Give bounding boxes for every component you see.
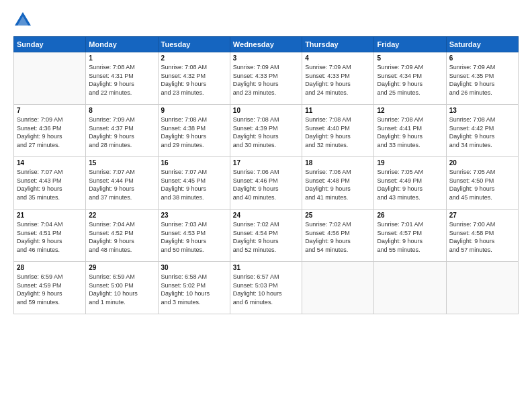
calendar-cell: 8Sunrise: 7:09 AM Sunset: 4:37 PM Daylig… <box>86 105 158 157</box>
day-info: Sunrise: 6:58 AM Sunset: 5:02 PM Dayligh… <box>161 273 227 306</box>
day-info: Sunrise: 7:09 AM Sunset: 4:35 PM Dayligh… <box>449 63 515 97</box>
day-number: 8 <box>89 107 154 114</box>
day-info: Sunrise: 7:06 AM Sunset: 4:46 PM Dayligh… <box>233 168 299 201</box>
calendar-cell: 17Sunrise: 7:06 AM Sunset: 4:46 PM Dayli… <box>230 157 302 210</box>
day-number: 10 <box>233 107 299 114</box>
day-info: Sunrise: 6:59 AM Sunset: 4:59 PM Dayligh… <box>17 273 83 306</box>
calendar-cell: 31Sunrise: 6:57 AM Sunset: 5:03 PM Dayli… <box>230 262 302 314</box>
week-row-4: 21Sunrise: 7:04 AM Sunset: 4:51 PM Dayli… <box>14 210 519 262</box>
day-number: 4 <box>305 54 371 62</box>
day-info: Sunrise: 6:57 AM Sunset: 5:03 PM Dayligh… <box>233 273 299 306</box>
day-number: 3 <box>233 54 299 62</box>
calendar-cell <box>374 262 446 314</box>
week-row-5: 28Sunrise: 6:59 AM Sunset: 4:59 PM Dayli… <box>14 262 519 314</box>
calendar-cell: 28Sunrise: 6:59 AM Sunset: 4:59 PM Dayli… <box>14 262 86 314</box>
calendar-cell: 25Sunrise: 7:02 AM Sunset: 4:56 PM Dayli… <box>302 210 374 262</box>
day-info: Sunrise: 7:09 AM Sunset: 4:37 PM Dayligh… <box>89 116 154 149</box>
col-header-thursday: Thursday <box>302 37 374 52</box>
calendar-cell: 20Sunrise: 7:05 AM Sunset: 4:50 PM Dayli… <box>446 157 518 210</box>
calendar-cell: 16Sunrise: 7:07 AM Sunset: 4:45 PM Dayli… <box>158 157 230 210</box>
day-number: 11 <box>305 107 371 114</box>
day-number: 17 <box>233 159 299 167</box>
day-number: 14 <box>17 159 83 167</box>
calendar-cell: 3Sunrise: 7:09 AM Sunset: 4:33 PM Daylig… <box>230 52 302 105</box>
day-info: Sunrise: 7:08 AM Sunset: 4:31 PM Dayligh… <box>89 63 154 97</box>
calendar-cell: 18Sunrise: 7:06 AM Sunset: 4:48 PM Dayli… <box>302 157 374 210</box>
day-info: Sunrise: 7:06 AM Sunset: 4:48 PM Dayligh… <box>305 168 371 201</box>
day-number: 7 <box>17 107 83 114</box>
calendar-cell: 10Sunrise: 7:08 AM Sunset: 4:39 PM Dayli… <box>230 105 302 157</box>
day-info: Sunrise: 7:08 AM Sunset: 4:42 PM Dayligh… <box>449 116 515 149</box>
day-number: 19 <box>377 159 443 167</box>
day-number: 13 <box>449 107 515 114</box>
calendar-cell: 30Sunrise: 6:58 AM Sunset: 5:02 PM Dayli… <box>158 262 230 314</box>
calendar-cell: 11Sunrise: 7:08 AM Sunset: 4:40 PM Dayli… <box>302 105 374 157</box>
day-info: Sunrise: 7:04 AM Sunset: 4:52 PM Dayligh… <box>89 220 154 254</box>
page: SundayMondayTuesdayWednesdayThursdayFrid… <box>0 0 532 411</box>
calendar-cell: 14Sunrise: 7:07 AM Sunset: 4:43 PM Dayli… <box>14 157 86 210</box>
col-header-tuesday: Tuesday <box>158 37 230 52</box>
calendar-cell: 9Sunrise: 7:08 AM Sunset: 4:38 PM Daylig… <box>158 105 230 157</box>
calendar-cell: 24Sunrise: 7:02 AM Sunset: 4:54 PM Dayli… <box>230 210 302 262</box>
day-number: 26 <box>377 212 443 219</box>
calendar-cell <box>14 52 86 105</box>
day-number: 6 <box>449 54 515 62</box>
day-info: Sunrise: 7:03 AM Sunset: 4:53 PM Dayligh… <box>161 220 227 254</box>
calendar-cell <box>446 262 518 314</box>
calendar-cell: 29Sunrise: 6:59 AM Sunset: 5:00 PM Dayli… <box>86 262 158 314</box>
day-number: 5 <box>377 54 443 62</box>
day-info: Sunrise: 7:04 AM Sunset: 4:51 PM Dayligh… <box>17 220 83 254</box>
calendar-table: SundayMondayTuesdayWednesdayThursdayFrid… <box>13 36 519 314</box>
header <box>13 11 519 30</box>
logo <box>13 11 35 30</box>
day-info: Sunrise: 7:09 AM Sunset: 4:33 PM Dayligh… <box>233 63 299 97</box>
calendar-cell: 13Sunrise: 7:08 AM Sunset: 4:42 PM Dayli… <box>446 105 518 157</box>
day-info: Sunrise: 7:07 AM Sunset: 4:45 PM Dayligh… <box>161 168 227 201</box>
day-info: Sunrise: 7:00 AM Sunset: 4:58 PM Dayligh… <box>449 220 515 254</box>
day-number: 23 <box>161 212 227 219</box>
col-header-saturday: Saturday <box>446 37 518 52</box>
day-number: 18 <box>305 159 371 167</box>
calendar-cell: 1Sunrise: 7:08 AM Sunset: 4:31 PM Daylig… <box>86 52 158 105</box>
day-number: 15 <box>89 159 154 167</box>
week-row-2: 7Sunrise: 7:09 AM Sunset: 4:36 PM Daylig… <box>14 105 519 157</box>
week-row-3: 14Sunrise: 7:07 AM Sunset: 4:43 PM Dayli… <box>14 157 519 210</box>
header-row: SundayMondayTuesdayWednesdayThursdayFrid… <box>14 37 519 52</box>
day-info: Sunrise: 7:01 AM Sunset: 4:57 PM Dayligh… <box>377 220 443 254</box>
day-info: Sunrise: 6:59 AM Sunset: 5:00 PM Dayligh… <box>89 273 154 306</box>
calendar-cell: 12Sunrise: 7:08 AM Sunset: 4:41 PM Dayli… <box>374 105 446 157</box>
day-info: Sunrise: 7:02 AM Sunset: 4:56 PM Dayligh… <box>305 220 371 254</box>
col-header-sunday: Sunday <box>14 37 86 52</box>
col-header-monday: Monday <box>86 37 158 52</box>
calendar-cell: 6Sunrise: 7:09 AM Sunset: 4:35 PM Daylig… <box>446 52 518 105</box>
logo-icon <box>13 11 32 30</box>
day-number: 28 <box>17 264 83 271</box>
day-info: Sunrise: 7:08 AM Sunset: 4:38 PM Dayligh… <box>161 116 227 149</box>
day-number: 16 <box>161 159 227 167</box>
day-number: 30 <box>161 264 227 271</box>
col-header-friday: Friday <box>374 37 446 52</box>
day-info: Sunrise: 7:08 AM Sunset: 4:32 PM Dayligh… <box>161 63 227 97</box>
calendar-cell: 23Sunrise: 7:03 AM Sunset: 4:53 PM Dayli… <box>158 210 230 262</box>
day-info: Sunrise: 7:05 AM Sunset: 4:50 PM Dayligh… <box>449 168 515 201</box>
calendar-cell: 27Sunrise: 7:00 AM Sunset: 4:58 PM Dayli… <box>446 210 518 262</box>
day-number: 20 <box>449 159 515 167</box>
calendar-cell: 15Sunrise: 7:07 AM Sunset: 4:44 PM Dayli… <box>86 157 158 210</box>
day-info: Sunrise: 7:05 AM Sunset: 4:49 PM Dayligh… <box>377 168 443 201</box>
day-number: 9 <box>161 107 227 114</box>
day-info: Sunrise: 7:09 AM Sunset: 4:34 PM Dayligh… <box>377 63 443 97</box>
calendar-cell: 19Sunrise: 7:05 AM Sunset: 4:49 PM Dayli… <box>374 157 446 210</box>
day-info: Sunrise: 7:08 AM Sunset: 4:39 PM Dayligh… <box>233 116 299 149</box>
day-info: Sunrise: 7:09 AM Sunset: 4:36 PM Dayligh… <box>17 116 83 149</box>
calendar-cell: 21Sunrise: 7:04 AM Sunset: 4:51 PM Dayli… <box>14 210 86 262</box>
calendar-cell: 2Sunrise: 7:08 AM Sunset: 4:32 PM Daylig… <box>158 52 230 105</box>
day-number: 24 <box>233 212 299 219</box>
day-number: 29 <box>89 264 154 271</box>
calendar-cell: 4Sunrise: 7:09 AM Sunset: 4:33 PM Daylig… <box>302 52 374 105</box>
day-info: Sunrise: 7:02 AM Sunset: 4:54 PM Dayligh… <box>233 220 299 254</box>
calendar-cell <box>302 262 374 314</box>
calendar-cell: 5Sunrise: 7:09 AM Sunset: 4:34 PM Daylig… <box>374 52 446 105</box>
day-info: Sunrise: 7:07 AM Sunset: 4:44 PM Dayligh… <box>89 168 154 201</box>
day-info: Sunrise: 7:08 AM Sunset: 4:40 PM Dayligh… <box>305 116 371 149</box>
calendar-cell: 26Sunrise: 7:01 AM Sunset: 4:57 PM Dayli… <box>374 210 446 262</box>
